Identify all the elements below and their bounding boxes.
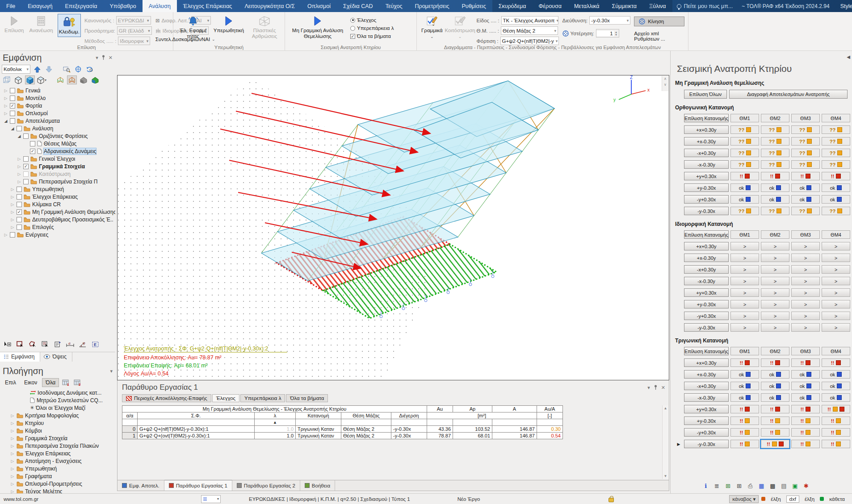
status-cell[interactable]: ok	[730, 382, 759, 390]
table-edit-icon[interactable]: ⊞	[724, 482, 732, 490]
tree-expander-icon[interactable]: ▷	[4, 111, 8, 116]
tree-checkbox[interactable]	[17, 187, 22, 192]
pin-icon[interactable]	[101, 55, 105, 61]
table-row[interactable]: 0G+ψ2·Q+(nlf|T|ΘΜ2|-y-0.30x):11.0Τριγωνι…	[122, 426, 563, 433]
status-cell[interactable]: !!	[730, 417, 759, 425]
pane-dropdown-icon[interactable]: ▾	[96, 55, 98, 61]
status-cell[interactable]: ??	[730, 207, 759, 215]
select-fence-icon[interactable]	[40, 340, 50, 349]
solid-model-gray-icon[interactable]	[79, 75, 88, 84]
bottom-tab-παράθυρο-εργασίας-1[interactable]: Παράθυρο Εργασίας 1	[164, 480, 232, 491]
col-header-ΘΜ4[interactable]: ΘΜ4	[822, 114, 850, 122]
direction-button--y+0.30x[interactable]: -y+0.30x	[684, 428, 729, 437]
render-icon[interactable]: ▩	[769, 482, 776, 490]
status-cell[interactable]: >	[822, 288, 850, 297]
tab-display[interactable]: Εμφάνιση	[0, 352, 40, 362]
status-cell[interactable]: ok	[791, 370, 820, 379]
nav-tree-item-γραφήματα[interactable]: ▷Γραφήματα	[2, 472, 115, 480]
xml-settings-link[interactable]: Αρχείο xml Ρυθμίσεων ...	[634, 31, 684, 42]
status-lock-icon[interactable]	[609, 498, 614, 502]
tree-expander-icon[interactable]: ◢	[4, 119, 8, 123]
status-cell[interactable]: ok	[730, 195, 759, 204]
direction-button-+x-0.30y[interactable]: +x-0.30y	[684, 370, 729, 379]
chart-icon[interactable]: ▦	[758, 482, 765, 490]
status-url[interactable]: www.tol.com.gr	[0, 496, 71, 502]
menu-item-εισαγωγή[interactable]: Εισαγωγή	[21, 0, 59, 12]
direction-button-+y+0.30x[interactable]: +y+0.30x	[684, 288, 729, 297]
col-header-Κατανομή[interactable]: Κατανομή	[296, 412, 341, 419]
status-cell[interactable]: ok	[822, 183, 850, 192]
nav-tree-item-μητρώο-συντελεστών-cq-[interactable]: Μητρώο Συντελεστών CQ...	[2, 396, 115, 404]
settings-icon[interactable]: ✱	[802, 482, 810, 490]
status-cell[interactable]: >	[791, 265, 820, 274]
status-cell[interactable]: >	[822, 254, 850, 262]
raft-button[interactable]: Κοιτόστρωση⌄	[447, 14, 473, 41]
measure-distance-icon[interactable]: d	[65, 340, 75, 349]
status-cell[interactable]: ok	[730, 183, 759, 192]
menu-item-τεύχος[interactable]: Τεύχος	[379, 0, 409, 12]
status-cell[interactable]: >	[761, 323, 789, 332]
direction-button--x-0.30y[interactable]: -x-0.30y	[684, 277, 729, 285]
tree-expander-icon[interactable]: ▷	[4, 233, 8, 237]
display-tree-item-φορτία[interactable]: ▷✓Φορτία	[2, 102, 115, 109]
tree-expander-icon[interactable]: ▷	[10, 421, 15, 425]
sheet-icon[interactable]: ▤	[780, 482, 788, 490]
tree-expander-icon[interactable]: ▷	[10, 413, 15, 418]
menu-item-σχέδια-cad[interactable]: Σχέδια CAD	[337, 0, 379, 12]
tree-expander-icon[interactable]: ▷	[17, 179, 21, 184]
display-tree-item-θέσεις-μάζας[interactable]: Θέσεις Μάζας	[2, 140, 115, 147]
display-tree-item-κοιτόστρωση[interactable]: ▷Κοιτόστρωση	[2, 170, 115, 178]
tree-checkbox[interactable]: ✓	[10, 103, 15, 108]
table-row[interactable]: 1G+ψ2·Q+(ovt|T|ΘΜ2|-y-0.30x):11.0Τριγωνι…	[122, 433, 563, 439]
frame-model-active-icon[interactable]	[67, 75, 77, 84]
status-cell[interactable]: >	[730, 242, 759, 250]
status-cell[interactable]: !!	[730, 405, 759, 413]
tree-checkbox[interactable]	[17, 217, 22, 222]
col-header-Διέγερση[interactable]: Διέγερση	[391, 412, 427, 419]
hiddenline-cube-icon[interactable]	[13, 75, 23, 84]
status-cell[interactable]: >	[791, 288, 820, 297]
tree-checkbox[interactable]: ✓	[23, 164, 29, 169]
solve-distribution-button[interactable]: Επίλυση Κατανομής	[684, 347, 729, 355]
status-cell[interactable]: ??	[730, 149, 759, 157]
status-cell[interactable]: ??	[822, 207, 850, 215]
display-tree-item-οπλισμοί[interactable]: ▷Οπλισμοί	[2, 109, 115, 117]
select-window-icon[interactable]	[15, 340, 25, 349]
filter-button-έλεγχος[interactable]: Έλεγχος	[212, 394, 239, 402]
status-cell[interactable]: >	[822, 242, 850, 250]
display-tree-item-αδρανειακές-δυνάμεις[interactable]: ✓Αδρανειακές Δυνάμεις	[2, 147, 115, 155]
status-cell[interactable]: >	[822, 277, 850, 285]
bottom-tab-παράθυρο-εργασίας-2[interactable]: Παράθυρο Εργασίας 2	[232, 480, 300, 491]
tree-expander-icon[interactable]: ▷	[10, 429, 15, 433]
snap-toggle-dxf[interactable]: dxf	[786, 496, 799, 503]
menu-item-file[interactable]: File	[0, 0, 21, 12]
col-header-λ[interactable]: λ	[255, 412, 296, 419]
table-window-2-icon[interactable]: 2	[72, 378, 82, 387]
tree-expander-icon[interactable]: ▷	[4, 104, 8, 108]
status-combo[interactable]: ▾	[201, 495, 221, 503]
table-window-1-icon[interactable]: 1	[61, 378, 71, 387]
status-cell[interactable]: ??	[761, 160, 789, 169]
status-cell[interactable]: !!	[761, 428, 789, 437]
status-cell[interactable]: ??	[730, 160, 759, 169]
status-cell[interactable]: ??	[822, 160, 850, 169]
status-cell[interactable]: ok	[730, 370, 759, 379]
delete-results-button[interactable]: Διαγραφή Αποτελεσμάτων Ανατροπής	[729, 90, 848, 99]
tree-checkbox[interactable]	[23, 133, 29, 139]
wp-close-icon[interactable]: ✕	[661, 385, 665, 391]
direction-button--y-0.30x[interactable]: -y-0.30x	[684, 440, 729, 448]
status-cell[interactable]: !!	[791, 428, 820, 437]
display-tree-item-δευτεροβάθμιος-προσεισμικός-έ-[interactable]: ▷Δευτεροβάθμιος Προσεισμικός Έ..	[2, 216, 115, 223]
status-cell[interactable]: >	[761, 254, 789, 262]
motion-button[interactable]: Κίνηση	[634, 17, 684, 26]
nav-tree-item-όλοι-οι-έλεγχοι-μαζί[interactable]: ✳Όλοι οι Έλεγχοι Μαζί	[2, 404, 115, 412]
cube-options-icon[interactable]: ▾	[37, 75, 46, 84]
filter-button-περιοχές-αποκόλλησης-επαφής[interactable]: Περιοχές Αποκόλλησης-Επαφής	[122, 394, 211, 402]
nav-tree-item-κόμβοι[interactable]: ▷Κόμβοι	[2, 427, 115, 434]
status-cell[interactable]: >	[761, 312, 789, 320]
tell-me-box[interactable]: Πείτε μου πως μπ...	[672, 0, 738, 12]
col-header-A[interactable]: A	[492, 406, 537, 412]
work-scrollbar[interactable]: ▲▼	[662, 405, 668, 479]
layers-icon[interactable]: ▣	[791, 482, 799, 490]
tree-expander-icon[interactable]: ▷	[10, 444, 15, 448]
